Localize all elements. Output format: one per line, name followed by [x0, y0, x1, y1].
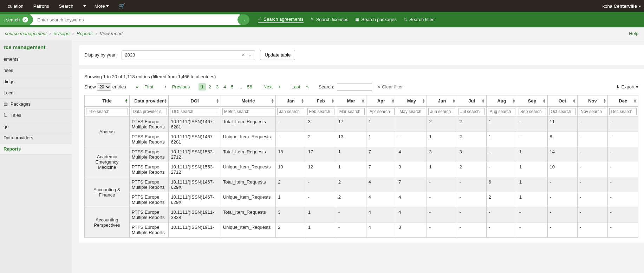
filter-input-jun[interactable]	[428, 108, 455, 115]
update-table-button[interactable]: Update table	[260, 50, 295, 60]
sidebar-item-titles[interactable]: ⇅Titles	[0, 110, 72, 121]
col-feb[interactable]: Feb▲▼	[306, 95, 336, 107]
chevron-down-icon[interactable]: ⌄	[248, 52, 252, 58]
col-provider[interactable]: Data provider▲▼	[129, 95, 169, 107]
col-jul[interactable]: Jul▲▼	[457, 95, 486, 107]
col-dec[interactable]: Dec▲▼	[608, 95, 638, 107]
data-cell: Total_Item_Requests	[221, 117, 275, 132]
data-cell: 4	[366, 207, 396, 222]
breadcrumb-item[interactable]: eUsage	[54, 31, 70, 36]
col-filter-aug	[486, 107, 517, 117]
sidebar-item-ements[interactable]: ements	[0, 54, 72, 65]
pager-page[interactable]: 4	[221, 83, 228, 91]
search-type-pill[interactable]: t search ✓	[0, 14, 33, 25]
sidebar-item-reports[interactable]: Reports	[0, 144, 72, 155]
filter-input-doi[interactable]	[170, 108, 219, 115]
data-cell: 1	[517, 147, 547, 162]
sort-icon: ▲▼	[633, 99, 637, 104]
col-may[interactable]: May▲▼	[396, 95, 427, 107]
pager-page[interactable]: 5	[228, 83, 236, 91]
filter-input-apr[interactable]	[368, 108, 395, 115]
pager-last[interactable]: Last»	[287, 82, 314, 92]
filter-input-nov[interactable]	[579, 108, 606, 115]
filter-input-sep[interactable]	[519, 108, 546, 115]
search-tab-search-packages[interactable]: ▦Search packages	[355, 16, 396, 23]
sidebar-item-dings[interactable]: dings	[0, 76, 72, 87]
filter-input-feb[interactable]	[307, 108, 334, 115]
pager-page[interactable]: 56	[245, 83, 254, 91]
export-button[interactable]: ⬇ Export ▾	[616, 84, 638, 89]
col-oct[interactable]: Oct▲▼	[547, 95, 577, 107]
brand-switcher[interactable]: koha Centerville	[603, 4, 641, 9]
search-tab-search-licenses[interactable]: ✎Search licenses	[311, 16, 349, 23]
table-search-input[interactable]	[337, 84, 372, 91]
data-cell: 1	[517, 162, 547, 177]
sidebar-item-icon: ▤	[4, 101, 8, 107]
nav-circulation[interactable]: culation	[3, 0, 28, 12]
search-submit-button[interactable]: →	[238, 14, 249, 25]
pager-next[interactable]: Next›	[259, 82, 285, 92]
nav-cart[interactable]: 🛒	[114, 0, 130, 12]
filter-input-mar[interactable]	[338, 108, 365, 115]
col-filter-jun	[427, 107, 457, 117]
col-nov[interactable]: Nov▲▼	[577, 95, 608, 107]
col-jan[interactable]: Jan▲▼	[276, 95, 306, 107]
breadcrumb-item[interactable]: Reports	[77, 31, 93, 36]
year-select[interactable]: 2023 ✕ ⌄	[122, 50, 255, 60]
entries-select[interactable]: 20	[97, 84, 111, 91]
data-cell: Unique_Item_Requests	[221, 132, 275, 147]
filter-input-dec[interactable]	[609, 108, 637, 115]
sidebar-item-packages[interactable]: ▤Packages	[0, 99, 72, 110]
table-row: PTFS Europe Multiple Reports10.1111/(ISS…	[85, 192, 638, 207]
data-cell: 2	[427, 117, 457, 132]
filter-input-provider[interactable]	[131, 108, 167, 115]
data-cell: 10.1111/(ISSN)1911-	[169, 222, 221, 238]
sidebar-item-local[interactable]: Local	[0, 87, 72, 99]
clear-year-icon[interactable]: ✕	[241, 52, 245, 58]
search-tab-search-agreements[interactable]: ✓Search agreements	[258, 16, 303, 23]
data-cell: 1	[366, 132, 396, 147]
col-title[interactable]: Title▲▼	[85, 95, 130, 107]
pager-page[interactable]: 2	[206, 83, 213, 91]
col-mar[interactable]: Mar▲▼	[336, 95, 366, 107]
col-filter-feb	[306, 107, 336, 117]
nav-more[interactable]: More	[90, 0, 114, 12]
sort-icon: ▲▼	[543, 99, 546, 104]
nav-dropdown[interactable]	[78, 0, 90, 12]
col-apr[interactable]: Apr▲▼	[366, 95, 396, 107]
data-cell: Total_Item_Requests	[221, 207, 275, 222]
pager-page[interactable]: 1	[199, 83, 206, 91]
col-jun[interactable]: Jun▲▼	[427, 95, 457, 107]
col-aug[interactable]: Aug▲▼	[486, 95, 517, 107]
breadcrumb-item[interactable]: source management	[5, 31, 47, 36]
search-input[interactable]	[37, 17, 242, 23]
filter-input-jan[interactable]	[277, 108, 304, 115]
filter-input-metric[interactable]	[222, 108, 274, 115]
filter-input-may[interactable]	[398, 108, 425, 115]
pager-first[interactable]: «First	[131, 82, 158, 92]
help-link[interactable]: Help	[629, 31, 638, 36]
nav-search[interactable]: Search	[54, 0, 78, 12]
clear-filter-button[interactable]: ✕ Clear filter	[377, 84, 403, 89]
download-icon: ⬇	[616, 84, 620, 89]
col-sep[interactable]: Sep▲▼	[517, 95, 547, 107]
sidebar-item-ge[interactable]: ge	[0, 121, 72, 132]
col-metric[interactable]: Metric▲▼	[221, 95, 275, 107]
data-cell: 1	[517, 192, 547, 207]
filter-input-aug[interactable]	[488, 108, 515, 115]
pager-page[interactable]: 3	[214, 83, 221, 91]
sidebar-item-nses[interactable]: nses	[0, 65, 72, 76]
filter-input-oct[interactable]	[549, 108, 576, 115]
nav-patrons[interactable]: Patrons	[28, 0, 54, 12]
sidebar-item-data-providers[interactable]: Data providers	[0, 132, 72, 144]
title-cell: Accounting Perspectives	[85, 207, 130, 238]
search-tab-search-titles[interactable]: ⇅Search titles	[404, 16, 435, 23]
search-tabs: ✓Search agreements✎Search licenses▦Searc…	[258, 16, 434, 23]
col-filter-sep	[517, 107, 547, 117]
col-doi[interactable]: DOI▲▼	[169, 95, 221, 107]
pager-previous[interactable]: ‹Previous	[160, 82, 195, 92]
pager: «First ‹Previous 12345...56 Next› Last»	[131, 82, 314, 92]
data-cell: 7	[366, 162, 396, 177]
filter-input-title[interactable]	[86, 108, 128, 115]
filter-input-jul[interactable]	[458, 108, 484, 115]
